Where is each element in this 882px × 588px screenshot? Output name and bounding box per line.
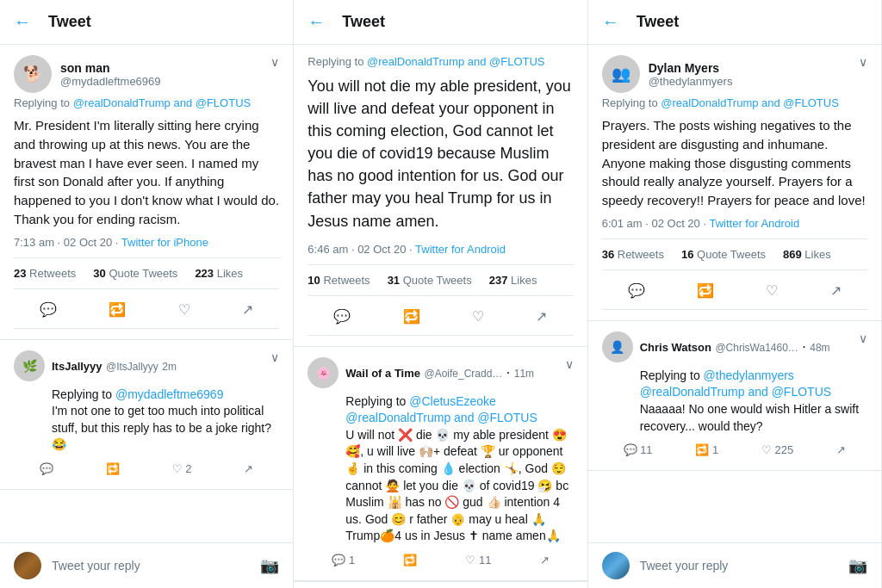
user-names-1: son man @mydadleftme6969 [60, 61, 161, 88]
tweet-source-2[interactable]: Twitter for Android [415, 243, 506, 256]
reply-reply-3[interactable]: 💬 11 [624, 443, 653, 456]
panel2-header: ← Tweet [294, 0, 587, 45]
avatar-3: 👥 [602, 55, 640, 93]
header-title-2: Tweet [342, 13, 385, 31]
reply-like-2[interactable]: ♡ 11 [465, 554, 491, 566]
header-title-3: Tweet [637, 13, 680, 31]
replying-link-3[interactable]: @realDonaldTrump and @FLOTUS [661, 96, 839, 109]
reply-input-1[interactable]: Tweet your reply [52, 559, 250, 573]
main-tweet-3: 👥 Dylan Myers @thedylanmyers ∨ Replying … [588, 45, 881, 321]
reply-chevron-3[interactable]: ∨ [859, 331, 867, 345]
panel1-header: ← Tweet [0, 0, 293, 45]
avatar-img-3: 👥 [602, 55, 640, 93]
reply-header-1: 🌿 ItsJallyyy @ItsJallyyy 2m ∨ [14, 350, 279, 381]
camera-icon-3[interactable]: 📷 [848, 556, 867, 575]
reply-chevron-2[interactable]: ∨ [565, 357, 574, 371]
share-action-1[interactable]: ↗ [239, 298, 257, 321]
tweet-stats-3: 36 Retweets 16 Quote Tweets 869 Likes [602, 238, 867, 270]
replying-to-2: Replying to @realDonaldTrump and @FLOTUS [307, 55, 573, 68]
reply-handle-3: @ChrisWa1460… [715, 342, 798, 354]
retweet-action-2[interactable]: 🔁 [400, 305, 424, 328]
reply-to-link-3b[interactable]: @realDonaldTrump and @FLOTUS [640, 385, 831, 399]
header-title-1: Tweet [48, 13, 91, 31]
tweet-text-1: Mr. President I'm literally sitting here… [14, 116, 279, 229]
chevron-1[interactable]: ∨ [270, 55, 279, 69]
reply-name-1: ItsJallyyy [52, 360, 102, 373]
reply-avatar-img-3: 👤 [602, 331, 633, 362]
reply-to-link-2a[interactable]: @CletusEzeoke [409, 394, 496, 408]
reply-share-1[interactable]: ↗ [244, 462, 253, 475]
tweet-stats-2: 10 Retweets 31 Quote Tweets 237 Likes [307, 264, 573, 296]
reply-avatar-2: 🌸 [307, 357, 339, 388]
share-action-2[interactable]: ↗ [532, 305, 550, 328]
reply-retweet-1[interactable]: 🔁 [106, 462, 120, 475]
footer-3: Tweet your reply 📷 [588, 542, 881, 588]
user-handle-1: @mydadleftme6969 [60, 75, 161, 88]
replying-link-1[interactable]: @realDonaldTrump and @FLOTUS [73, 96, 252, 109]
tweet-text-2: You will not die my able president, you … [307, 75, 573, 232]
reply-to-link-3a[interactable]: @thedylanmyers [704, 368, 794, 382]
tweet-source-3[interactable]: Twitter for Android [709, 217, 799, 230]
like-action-2[interactable]: ♡ [469, 305, 488, 328]
reply-retweet-3[interactable]: 🔁 1 [695, 443, 718, 456]
reply-actions-2: 💬 1 🔁 ♡ 11 ↗ [307, 550, 573, 570]
reply-handle-1: @ItsJallyyy [106, 361, 158, 373]
like-count-1: 223 Likes [195, 267, 243, 280]
reply-action-1[interactable]: 💬 [36, 298, 60, 321]
tweet-meta-3: 6:01 am · 02 Oct 20 · Twitter for Androi… [602, 217, 867, 230]
reply-share-2[interactable]: ↗ [540, 554, 550, 566]
tweet-user-row-1: 🐕 son man @mydadleftme6969 ∨ [14, 55, 279, 93]
reply-text-2: Replying to @CletusEzeoke @realDonaldTru… [345, 393, 573, 545]
tweet-source-1[interactable]: Twitter for iPhone [121, 236, 208, 249]
tweet-actions-2: 💬 🔁 ♡ ↗ [307, 298, 573, 336]
chevron-3[interactable]: ∨ [859, 55, 867, 69]
reply-input-3[interactable]: Tweet your reply [640, 559, 838, 573]
reply-actions-3: 💬 11 🔁 1 ♡ 225 ↗ [602, 440, 867, 460]
reply-header-3: 👤 Chris Watson @ChrisWa1460… · 48m ∨ [602, 331, 867, 362]
reply-retweet-2[interactable]: 🔁 [403, 554, 417, 566]
retweet-count-1: 23 Retweets [14, 267, 76, 280]
back-button-1[interactable]: ← [14, 12, 31, 32]
reply-handle-2: @Aoife_Cradd… [424, 368, 502, 380]
like-action-1[interactable]: ♡ [175, 298, 194, 321]
tweet-meta-2: 6:46 am · 02 Oct 20 · Twitter for Androi… [307, 243, 573, 256]
reply-like-1[interactable]: ♡ 2 [172, 462, 192, 475]
tweet-panel-1: ← Tweet 🐕 son man @mydadleftme6969 ∨ Rep… [0, 0, 294, 588]
main-tweet-1: 🐕 son man @mydadleftme6969 ∨ Replying to… [0, 45, 293, 340]
reply-text-1: Replying to @mydadleftme6969 I'm not one… [52, 387, 279, 454]
tweet-meta-1: 7:13 am · 02 Oct 20 · Twitter for iPhone [14, 236, 279, 249]
reply-reply-2[interactable]: 💬 1 [332, 554, 355, 566]
reply-avatar-3: 👤 [602, 331, 633, 362]
user-names-3: Dylan Myers @thedylanmyers [649, 61, 733, 88]
reply-to-link-2b[interactable]: @realDonaldTrump and @FLOTUS [345, 411, 537, 424]
camera-icon-1[interactable]: 📷 [260, 556, 279, 575]
reply-name-2: Wail of a Time [345, 367, 420, 380]
avatar-1: 🐕 [14, 55, 52, 93]
reply-1: 🌿 ItsJallyyy @ItsJallyyy 2m ∨ Replying t… [0, 340, 293, 490]
user-name-1: son man [60, 61, 161, 75]
back-button-2[interactable]: ← [307, 12, 325, 32]
like-action-3[interactable]: ♡ [762, 279, 781, 302]
share-action-3[interactable]: ↗ [827, 279, 845, 302]
tweet-user-info-1: 🐕 son man @mydadleftme6969 [14, 55, 161, 93]
reply-action-2[interactable]: 💬 [330, 305, 354, 328]
like-count-2: 237 Likes [489, 274, 537, 287]
reply-like-3[interactable]: ♡ 225 [761, 443, 793, 456]
footer-2: Tweet your reply 📷 [294, 581, 587, 588]
reply-to-link-1[interactable]: @mydadleftme6969 [115, 387, 224, 401]
footer-1: Tweet your reply 📷 [0, 542, 293, 588]
replying-link-2[interactable]: @realDonaldTrump and @FLOTUS [367, 55, 545, 68]
reply-chevron-1[interactable]: ∨ [270, 350, 279, 364]
reply-time-3: 48m [810, 342, 829, 354]
retweet-action-3[interactable]: 🔁 [693, 279, 717, 302]
reply-share-3[interactable]: ↗ [836, 443, 846, 456]
reply-action-3[interactable]: 💬 [624, 279, 649, 302]
reply-time-2: 11m [514, 368, 534, 380]
back-button-3[interactable]: ← [602, 12, 619, 32]
retweet-action-1[interactable]: 🔁 [105, 298, 129, 321]
retweet-count-3: 36 Retweets [602, 248, 664, 261]
avatar-img-1: 🐕 [14, 55, 52, 93]
reply-reply-1[interactable]: 💬 [40, 462, 53, 475]
tweet-panel-2: ← Tweet Replying to @realDonaldTrump and… [294, 0, 587, 588]
quote-count-3: 16 Quote Tweets [681, 248, 766, 261]
